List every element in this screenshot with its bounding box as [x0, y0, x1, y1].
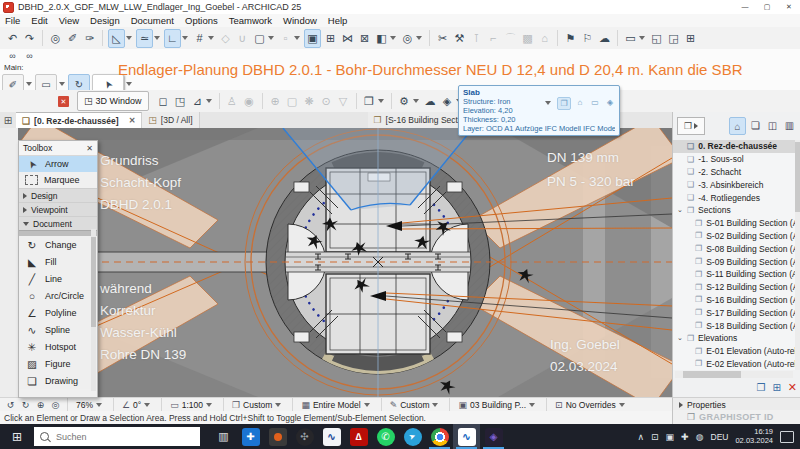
menu-file[interactable]: File	[5, 15, 20, 26]
search-input[interactable]	[54, 431, 168, 443]
menu-design[interactable]: Design	[90, 15, 120, 26]
dropdown-caret-icon[interactable]	[126, 36, 132, 40]
elevations-group[interactable]: ⌄❐Elevations	[673, 332, 795, 345]
toolbox-section-design[interactable]: Design	[19, 188, 97, 202]
section-item[interactable]: ❐S-12 Building Section (Auto-	[673, 281, 795, 294]
taskbar-search[interactable]	[34, 427, 200, 446]
dropdown-caret-icon[interactable]	[26, 82, 32, 86]
section-item[interactable]: ❐S-18 Building Section (Auto-	[673, 319, 795, 332]
elevation-item[interactable]: ❐E-01 Elevation (Auto-rebuild	[673, 345, 795, 358]
tray-network-icon[interactable]: ◍	[696, 432, 704, 442]
app-acrobat[interactable]: ∆	[345, 424, 372, 449]
toolbox-close-icon[interactable]: ✕	[86, 144, 93, 153]
navigator-vscrollbar[interactable]	[795, 140, 800, 370]
eyedropper-icon[interactable]: ✐	[65, 30, 80, 47]
scale-control[interactable]: ▭1:100	[166, 400, 219, 410]
app-whatsapp[interactable]: ✆	[372, 424, 399, 449]
flag-outline-icon[interactable]: ⚐	[580, 30, 595, 47]
dropdown-caret-icon[interactable]	[126, 82, 132, 86]
toolbox-scrollbar[interactable]	[91, 229, 96, 391]
project-map-icon[interactable]: ⌂	[729, 117, 746, 135]
graphisoft-id-bar[interactable]: ❐ GRAPHISOFT ID	[672, 410, 800, 424]
dropdown-caret-icon[interactable]	[206, 99, 212, 103]
navigator-hscrollbar[interactable]	[675, 371, 793, 378]
camera-icon[interactable]: ▢	[285, 93, 300, 110]
fillet-icon[interactable]: ⌒	[503, 30, 518, 47]
task-view-button[interactable]: ▥	[210, 424, 237, 449]
delete-icon[interactable]: ✕	[788, 381, 797, 394]
tab-floor-plan[interactable]: ❏ [0. Rez-de-chaussée] ✕	[16, 112, 142, 128]
eye-icon[interactable]: ◉	[242, 93, 257, 110]
undo-icon[interactable]: ↶	[5, 30, 20, 47]
link-icon[interactable]: ∞	[5, 51, 20, 62]
dropdown-caret-icon[interactable]	[545, 101, 551, 105]
tool-arrow[interactable]: ➤ Arrow	[19, 156, 97, 172]
app-purple[interactable]: ◈	[480, 424, 507, 449]
tray-display-icon[interactable]: ⊡	[651, 432, 659, 442]
story-item[interactable]: ❏-3. Absinkbereich	[673, 178, 795, 191]
structure-display-control[interactable]: ▦Entire Model	[297, 400, 376, 410]
section-item[interactable]: ❐S-16 Building Section (Auto-	[673, 294, 795, 307]
menu-help[interactable]: Help	[328, 15, 348, 26]
tab-overview-icon[interactable]: ⊞	[0, 112, 16, 128]
view-settings-icon[interactable]: ❐	[756, 382, 765, 393]
section-item[interactable]: ❐S-09 Building Section (Auto-	[673, 255, 795, 268]
dropdown-caret-icon[interactable]	[413, 99, 419, 103]
menu-teamwork[interactable]: Teamwork	[229, 15, 272, 26]
pet-palette-icon[interactable]: ◈	[604, 97, 616, 108]
grid-add-icon[interactable]: ⊞	[683, 30, 698, 47]
dropdown-caret-icon[interactable]	[208, 36, 214, 40]
3d-window-button[interactable]: ◳ 3D Window	[77, 91, 149, 111]
marquee-mode-icon[interactable]: ▢	[252, 30, 267, 47]
tool-change[interactable]: ↻Change	[19, 236, 97, 253]
view-map-icon[interactable]: ❏	[748, 117, 763, 133]
flag-icon[interactable]: ⚑	[563, 30, 578, 47]
fit-view-icon[interactable]: ⊞	[323, 30, 338, 47]
gravity-stair-icon[interactable]: ∟	[164, 29, 181, 48]
section-item[interactable]: ❐S-02 Building Section (Auto-	[673, 230, 795, 243]
tray-expand-icon[interactable]: ∧	[637, 432, 644, 442]
app-archicad[interactable]: ∿	[453, 424, 480, 449]
toolbox-section-viewpoint[interactable]: Viewpoint	[19, 202, 97, 216]
start-button[interactable]: ⊞	[0, 424, 34, 449]
menu-view[interactable]: View	[59, 15, 79, 26]
tool-hotspot[interactable]: ✳Hotspot	[19, 338, 97, 355]
elevation-item[interactable]: ❐E-02 Elevation (Auto-rebuild	[673, 358, 795, 370]
split-icon[interactable]: ✂	[435, 30, 450, 47]
story-item[interactable]: ❏0. Rez-de-chaussée	[673, 140, 795, 153]
tab-close-icon[interactable]: ✕	[129, 116, 136, 125]
section-item[interactable]: ❐S-01 Building Section (Auto-	[673, 217, 795, 230]
graphic-override-control[interactable]: ⊡No Overrides	[551, 400, 632, 410]
resize-icon[interactable]: ▩	[520, 30, 535, 47]
zoom-level-control[interactable]: 76%	[72, 400, 109, 410]
corner-icon[interactable]: ⌐	[486, 30, 501, 47]
zoom-extent-icon[interactable]: ⊕	[34, 399, 47, 411]
paste-story-icon[interactable]: ◲	[666, 30, 681, 47]
tool-marquee[interactable]: Marquee	[19, 172, 97, 188]
gravity-icon[interactable]: ◇	[218, 30, 233, 47]
walk-person-icon[interactable]: ♙	[225, 93, 240, 110]
snap-grid-icon[interactable]: #	[192, 30, 207, 47]
magnify-icon[interactable]: ◎	[49, 399, 62, 411]
match-icon[interactable]: ⋈	[340, 30, 355, 47]
dropdown-caret-icon[interactable]	[182, 36, 188, 40]
pet-palette-icon[interactable]: ▭	[589, 97, 601, 108]
home-story-icon[interactable]: ⌂	[537, 30, 552, 47]
publish-icon[interactable]: ◈	[440, 93, 455, 110]
story-item[interactable]: ❏-4. Rotliegendes	[673, 191, 795, 204]
properties-panel-header[interactable]: Properties	[672, 397, 800, 411]
favorites-control[interactable]: ▣03 Building P...	[454, 400, 542, 410]
cloud-download-icon[interactable]: ☁	[423, 93, 438, 110]
cone-icon[interactable]: ▽	[336, 93, 351, 110]
layers-icon[interactable]: ❐	[362, 93, 377, 110]
palette-close-icon[interactable]: ✕	[58, 96, 69, 107]
adjust-icon[interactable]: ⚒	[452, 30, 467, 47]
new-viewpoint-icon[interactable]: ⊞	[772, 382, 780, 393]
maximize-button[interactable]: ▢	[756, 0, 778, 14]
project-chooser-button[interactable]: ❐	[677, 117, 705, 135]
hotlink-icon[interactable]: ∞	[22, 51, 37, 62]
section-item[interactable]: ❐S-11 Building Section (Auto-	[673, 268, 795, 281]
tool-drawing[interactable]: ❏Drawing	[19, 372, 97, 389]
pet-palette-icon[interactable]: ⌂	[574, 97, 586, 108]
toolbox-section-document[interactable]: Document	[19, 216, 97, 230]
